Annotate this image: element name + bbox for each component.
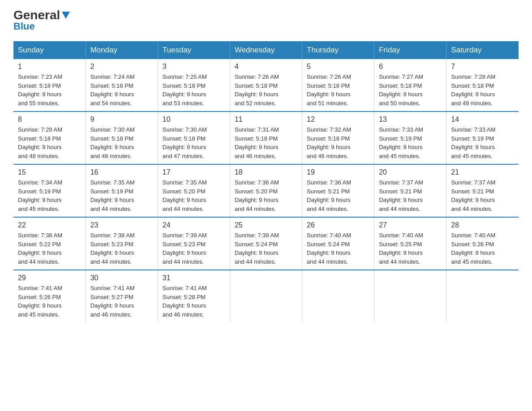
day-number: 29 [18,274,81,282]
day-info: Sunrise: 7:33 AMSunset: 5:19 PMDaylight:… [379,125,442,160]
day-number: 30 [90,274,153,282]
calendar-cell: 23 Sunrise: 7:38 AMSunset: 5:23 PMDaylig… [86,217,158,270]
calendar-cell: 28 Sunrise: 7:40 AMSunset: 5:26 PMDaylig… [446,217,519,270]
calendar-cell: 10 Sunrise: 7:30 AMSunset: 5:18 PMDaylig… [158,111,230,164]
weekday-header-thursday: Thursday [302,41,374,59]
calendar-cell [446,270,519,322]
calendar-cell: 4 Sunrise: 7:26 AMSunset: 5:18 PMDayligh… [230,59,302,111]
day-number: 11 [235,116,297,124]
day-number: 2 [90,63,153,71]
day-info: Sunrise: 7:28 AMSunset: 5:18 PMDaylight:… [451,73,514,107]
page-header: General Blue [13,9,519,32]
calendar-cell: 24 Sunrise: 7:39 AMSunset: 5:23 PMDaylig… [158,217,230,270]
day-number: 14 [451,116,514,124]
calendar-cell: 15 Sunrise: 7:34 AMSunset: 5:19 PMDaylig… [13,164,86,217]
logo: General Blue [13,9,71,32]
day-number: 21 [451,168,514,176]
day-number: 16 [90,168,153,176]
day-info: Sunrise: 7:37 AMSunset: 5:21 PMDaylight:… [379,178,442,213]
day-info: Sunrise: 7:40 AMSunset: 5:25 PMDaylight:… [379,231,442,266]
calendar-cell [374,270,446,322]
logo-blue-text: Blue [13,21,35,32]
day-info: Sunrise: 7:27 AMSunset: 5:18 PMDaylight:… [379,73,442,107]
day-info: Sunrise: 7:26 AMSunset: 5:18 PMDaylight:… [307,73,369,107]
day-number: 5 [307,63,369,71]
day-info: Sunrise: 7:36 AMSunset: 5:21 PMDaylight:… [307,178,369,213]
day-number: 31 [163,274,225,282]
day-number: 28 [451,221,514,229]
calendar-cell: 20 Sunrise: 7:37 AMSunset: 5:21 PMDaylig… [374,164,446,217]
day-info: Sunrise: 7:30 AMSunset: 5:18 PMDaylight:… [163,125,225,160]
day-info: Sunrise: 7:38 AMSunset: 5:22 PMDaylight:… [18,231,81,266]
day-info: Sunrise: 7:36 AMSunset: 5:20 PMDaylight:… [235,178,297,213]
day-info: Sunrise: 7:41 AMSunset: 5:27 PMDaylight:… [90,284,153,319]
calendar-cell: 7 Sunrise: 7:28 AMSunset: 5:18 PMDayligh… [446,59,519,111]
day-info: Sunrise: 7:34 AMSunset: 5:19 PMDaylight:… [18,178,81,213]
weekday-header-wednesday: Wednesday [230,41,302,59]
day-info: Sunrise: 7:39 AMSunset: 5:23 PMDaylight:… [163,231,225,266]
calendar-cell [302,270,374,322]
calendar-cell: 18 Sunrise: 7:36 AMSunset: 5:20 PMDaylig… [230,164,302,217]
day-info: Sunrise: 7:40 AMSunset: 5:24 PMDaylight:… [307,231,369,266]
day-info: Sunrise: 7:32 AMSunset: 5:18 PMDaylight:… [307,125,369,160]
day-info: Sunrise: 7:24 AMSunset: 5:18 PMDaylight:… [90,73,153,107]
day-info: Sunrise: 7:23 AMSunset: 5:18 PMDaylight:… [18,73,81,107]
calendar-table: SundayMondayTuesdayWednesdayThursdayFrid… [13,41,519,322]
calendar-body: 1 Sunrise: 7:23 AMSunset: 5:18 PMDayligh… [13,59,519,322]
day-number: 17 [163,168,225,176]
calendar-cell: 13 Sunrise: 7:33 AMSunset: 5:19 PMDaylig… [374,111,446,164]
day-number: 23 [90,221,153,229]
logo-general-text: General [13,9,60,21]
day-number: 25 [235,221,297,229]
day-number: 20 [379,168,442,176]
day-number: 26 [307,221,369,229]
calendar-cell: 12 Sunrise: 7:32 AMSunset: 5:18 PMDaylig… [302,111,374,164]
calendar-cell: 26 Sunrise: 7:40 AMSunset: 5:24 PMDaylig… [302,217,374,270]
calendar-cell: 3 Sunrise: 7:25 AMSunset: 5:18 PMDayligh… [158,59,230,111]
calendar-cell: 31 Sunrise: 7:41 AMSunset: 5:28 PMDaylig… [158,270,230,322]
calendar-header: SundayMondayTuesdayWednesdayThursdayFrid… [13,41,519,59]
calendar-cell: 2 Sunrise: 7:24 AMSunset: 5:18 PMDayligh… [86,59,158,111]
calendar-cell: 29 Sunrise: 7:41 AMSunset: 5:26 PMDaylig… [13,270,86,322]
day-number: 13 [379,116,442,124]
calendar-week-row: 22 Sunrise: 7:38 AMSunset: 5:22 PMDaylig… [13,217,519,270]
day-info: Sunrise: 7:39 AMSunset: 5:24 PMDaylight:… [235,231,297,266]
day-number: 27 [379,221,442,229]
weekday-header-saturday: Saturday [446,41,519,59]
calendar-cell: 22 Sunrise: 7:38 AMSunset: 5:22 PMDaylig… [13,217,86,270]
calendar-cell: 19 Sunrise: 7:36 AMSunset: 5:21 PMDaylig… [302,164,374,217]
weekday-header-tuesday: Tuesday [158,41,230,59]
calendar-cell: 9 Sunrise: 7:30 AMSunset: 5:18 PMDayligh… [86,111,158,164]
day-info: Sunrise: 7:38 AMSunset: 5:23 PMDaylight:… [90,231,153,266]
day-info: Sunrise: 7:31 AMSunset: 5:18 PMDaylight:… [235,125,297,160]
calendar-cell: 8 Sunrise: 7:29 AMSunset: 5:18 PMDayligh… [13,111,86,164]
weekday-header-friday: Friday [374,41,446,59]
calendar-cell: 11 Sunrise: 7:31 AMSunset: 5:18 PMDaylig… [230,111,302,164]
day-number: 22 [18,221,81,229]
weekday-header-monday: Monday [86,41,158,59]
calendar-cell: 17 Sunrise: 7:35 AMSunset: 5:20 PMDaylig… [158,164,230,217]
day-number: 9 [90,116,153,124]
day-info: Sunrise: 7:37 AMSunset: 5:21 PMDaylight:… [451,178,514,213]
calendar-cell [230,270,302,322]
day-number: 15 [18,168,81,176]
weekday-header-row: SundayMondayTuesdayWednesdayThursdayFrid… [13,41,519,59]
day-info: Sunrise: 7:41 AMSunset: 5:28 PMDaylight:… [163,284,225,319]
day-info: Sunrise: 7:41 AMSunset: 5:26 PMDaylight:… [18,284,81,319]
day-number: 18 [235,168,297,176]
day-number: 4 [235,63,297,71]
calendar-cell: 21 Sunrise: 7:37 AMSunset: 5:21 PMDaylig… [446,164,519,217]
day-info: Sunrise: 7:40 AMSunset: 5:26 PMDaylight:… [451,231,514,266]
calendar-cell: 1 Sunrise: 7:23 AMSunset: 5:18 PMDayligh… [13,59,86,111]
day-info: Sunrise: 7:35 AMSunset: 5:19 PMDaylight:… [90,178,153,213]
calendar-cell: 5 Sunrise: 7:26 AMSunset: 5:18 PMDayligh… [302,59,374,111]
day-number: 1 [18,63,81,71]
day-number: 10 [163,116,225,124]
calendar-cell: 27 Sunrise: 7:40 AMSunset: 5:25 PMDaylig… [374,217,446,270]
calendar-week-row: 15 Sunrise: 7:34 AMSunset: 5:19 PMDaylig… [13,164,519,217]
day-number: 24 [163,221,225,229]
weekday-header-sunday: Sunday [13,41,86,59]
day-number: 7 [451,63,514,71]
calendar-week-row: 1 Sunrise: 7:23 AMSunset: 5:18 PMDayligh… [13,59,519,111]
day-number: 6 [379,63,442,71]
